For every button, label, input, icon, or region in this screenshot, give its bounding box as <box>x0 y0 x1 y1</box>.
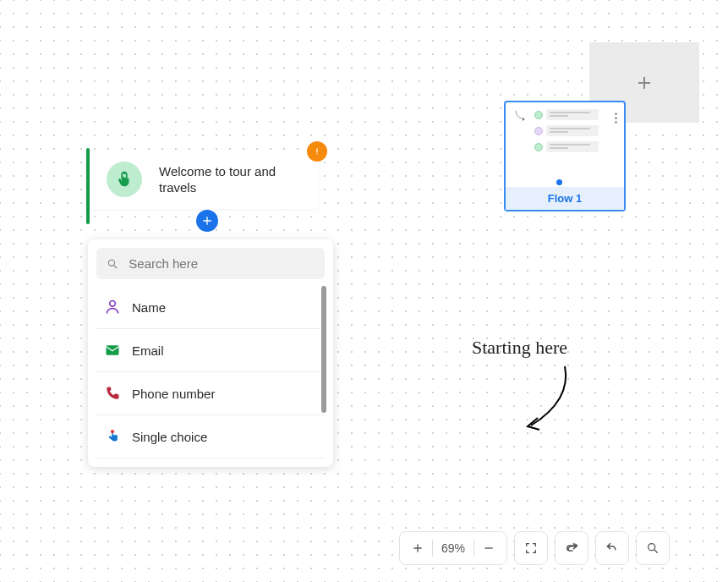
plus-icon <box>200 214 214 228</box>
divider <box>432 540 433 557</box>
node-accent-bar <box>86 148 90 224</box>
alert-badge-icon <box>307 141 327 162</box>
flow-node-card[interactable]: Welcome to tour and travels <box>86 150 319 209</box>
search-icon <box>646 541 660 555</box>
option-label: Name <box>132 300 166 315</box>
minus-icon <box>482 541 495 555</box>
search-box[interactable] <box>96 248 325 279</box>
redo-button[interactable] <box>555 531 588 565</box>
search-icon <box>107 257 118 271</box>
svg-point-0 <box>123 172 126 174</box>
redo-icon <box>564 541 579 556</box>
divider <box>473 540 474 557</box>
node-type-dropdown: Name Email Phone number Single choice <box>88 239 333 467</box>
option-single-choice[interactable]: Single choice <box>96 415 325 458</box>
svg-point-1 <box>108 260 114 266</box>
option-name[interactable]: Name <box>96 286 325 329</box>
zoom-level-display[interactable]: 69% <box>436 541 470 555</box>
fullscreen-icon <box>524 541 538 555</box>
svg-point-2 <box>110 301 116 307</box>
svg-rect-3 <box>107 345 119 355</box>
kebab-menu-icon[interactable] <box>615 113 617 124</box>
node-type-icon-circle <box>107 162 142 197</box>
zoom-in-button[interactable] <box>407 541 429 555</box>
options-list: Name Email Phone number Single choice <box>96 286 325 458</box>
option-email[interactable]: Email <box>96 329 325 372</box>
option-label: Single choice <box>132 430 207 444</box>
svg-point-5 <box>649 544 655 551</box>
node-title: Welcome to tour and travels <box>159 163 307 196</box>
option-label: Phone number <box>132 387 215 401</box>
svg-point-4 <box>111 430 114 433</box>
flow-thumbnail[interactable]: Flow 1 <box>504 101 626 211</box>
touch-icon <box>115 170 134 189</box>
undo-button[interactable] <box>595 531 629 565</box>
search-button[interactable] <box>636 531 670 565</box>
flow-preview <box>506 102 624 187</box>
mini-arrow-icon <box>514 109 529 124</box>
phone-icon <box>103 384 122 403</box>
option-label: Email <box>132 343 164 358</box>
option-phone[interactable]: Phone number <box>96 372 325 415</box>
undo-icon <box>605 541 620 556</box>
add-node-button[interactable] <box>196 210 218 232</box>
touch-icon <box>103 427 122 446</box>
annotation-text: Starting here <box>472 337 567 359</box>
scrollbar-thumb[interactable] <box>321 286 326 413</box>
annotation-arrow-icon <box>514 362 582 438</box>
person-icon <box>103 298 122 316</box>
flow-label: Flow 1 <box>506 187 624 210</box>
plus-icon <box>411 541 424 555</box>
email-icon <box>103 341 122 360</box>
search-input[interactable] <box>129 256 315 271</box>
fullscreen-button[interactable] <box>514 531 548 565</box>
bottom-toolbar: 69% <box>399 531 670 565</box>
zoom-out-button[interactable] <box>478 541 500 555</box>
plus-icon <box>634 73 654 93</box>
zoom-control-group: 69% <box>399 531 507 565</box>
